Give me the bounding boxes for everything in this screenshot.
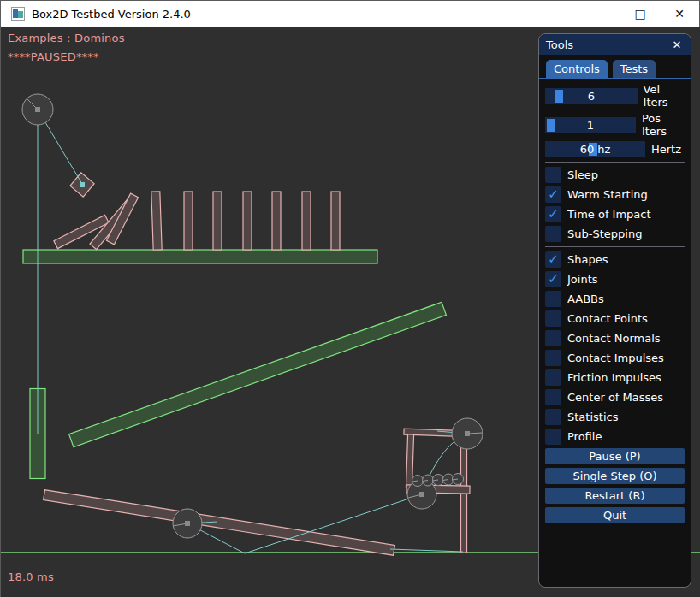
paused-label: ****PAUSED**** [8, 50, 99, 63]
checkbox-label: Sub-Stepping [567, 228, 642, 240]
standing-domino [272, 192, 281, 250]
standing-domino [302, 192, 311, 250]
slider-grab[interactable] [555, 90, 563, 103]
joint-anchor [185, 521, 190, 526]
ramp [69, 302, 447, 446]
separator [545, 246, 685, 247]
checkbox-row-contact-normals[interactable]: Contact Normals [545, 330, 685, 346]
checkbox-warm-starting[interactable]: ✓ [545, 186, 561, 203]
checkbox-sleep[interactable] [545, 167, 561, 183]
checkbox-label: AABBs [567, 293, 604, 305]
slider-label: Hertz [651, 143, 681, 156]
checkbox-joints[interactable]: ✓ [545, 271, 561, 287]
checkbox-label: Profile [567, 430, 602, 443]
pause-p-button[interactable]: Pause (P) [545, 448, 685, 464]
checkbox-time-of-impact[interactable]: ✓ [545, 206, 561, 222]
joint-anchor [419, 492, 424, 497]
joint-anchor [465, 431, 470, 436]
single-step-o-button[interactable]: Single Step (O) [545, 468, 685, 484]
slider-vel-iters[interactable]: 6 [545, 88, 638, 104]
tab-underline [539, 78, 691, 79]
seesaw-plank [44, 490, 395, 556]
checkbox-label: Shapes [567, 253, 608, 266]
tools-panel: Tools ✕ ControlsTests 6Vel Iters1Pos Ite… [538, 33, 691, 588]
separator [545, 162, 685, 163]
checkbox-row-sleep[interactable]: Sleep [545, 167, 685, 183]
slider-label: Pos Iters [642, 112, 685, 138]
joint-line [390, 549, 463, 552]
standing-domino [151, 192, 162, 250]
standing-domino [243, 192, 252, 250]
checkbox-row-statistics[interactable]: Statistics [545, 409, 685, 425]
checkbox-groups: Sleep✓Warm Starting✓Time of ImpactSub-St… [545, 162, 685, 445]
window-title: Box2D Testbed Version 2.4.0 [32, 8, 191, 21]
window-controls: – □ ✕ [581, 1, 699, 27]
tab-controls[interactable]: Controls [546, 60, 608, 78]
checkbox-label: Joints [567, 273, 598, 286]
tab-bar: ControlsTests [545, 60, 685, 78]
checkbox-row-center-of-masses[interactable]: Center of Masses [545, 389, 685, 405]
checkbox-row-profile[interactable]: Profile [545, 429, 685, 445]
restart-r-button[interactable]: Restart (R) [545, 488, 685, 504]
maximize-button[interactable]: □ [620, 1, 660, 27]
check-icon: ✓ [548, 188, 559, 201]
checkbox-statistics[interactable] [545, 409, 561, 425]
checkbox-row-contact-impulses[interactable]: Contact Impulses [545, 350, 685, 366]
slider-grab[interactable] [547, 119, 555, 132]
tab-tests[interactable]: Tests [613, 60, 656, 78]
slider-pos-iters[interactable]: 1 [545, 117, 636, 133]
checkbox-row-shapes[interactable]: ✓Shapes [545, 251, 685, 268]
checkbox-row-contact-points[interactable]: Contact Points [545, 310, 685, 327]
checkbox-contact-impulses[interactable] [545, 350, 561, 366]
checkbox-label: Time of Impact [567, 208, 651, 221]
frame-time-label: 18.0 ms [8, 570, 54, 583]
slider-label: Vel Iters [644, 83, 685, 109]
checkbox-label: Statistics [567, 411, 618, 423]
checkbox-label: Sleep [567, 168, 598, 181]
checkbox-contact-normals[interactable] [545, 330, 561, 346]
domino-platform [23, 250, 377, 263]
slider-value: 1 [587, 119, 594, 132]
slider-group: 6Vel Iters1Pos Iters60 hzHertz [545, 83, 685, 157]
checkbox-label: Contact Normals [567, 332, 661, 345]
checkbox-shapes[interactable]: ✓ [545, 251, 561, 268]
example-label: Examples : Dominos [8, 32, 125, 44]
checkbox-row-sub-stepping[interactable]: Sub-Stepping [545, 226, 685, 242]
quit-button[interactable]: Quit [545, 507, 685, 523]
checkbox-profile[interactable] [545, 429, 561, 445]
button-group: Pause (P)Single Step (O)Restart (R)Quit [545, 448, 685, 523]
check-icon: ✓ [548, 253, 559, 266]
app-icon [11, 7, 25, 21]
slider-row: 1Pos Iters [545, 112, 685, 138]
standing-domino [184, 192, 193, 250]
checkbox-aabbs[interactable] [545, 291, 561, 307]
tools-panel-titlebar[interactable]: Tools ✕ [539, 34, 691, 55]
simulation-canvas[interactable]: Examples : Dominos ****PAUSED**** 18.0 m… [1, 27, 700, 597]
slider-row: 6Vel Iters [545, 83, 685, 109]
standing-domino [331, 192, 340, 250]
checkbox-row-time-of-impact[interactable]: ✓Time of Impact [545, 206, 685, 222]
titlebar[interactable]: Box2D Testbed Version 2.4.0 – □ ✕ [1, 1, 699, 27]
checkbox-sub-stepping[interactable] [545, 226, 561, 242]
slider-hertz[interactable]: 60 hz [545, 141, 645, 157]
close-button[interactable]: ✕ [660, 1, 699, 27]
slider-value: 60 hz [580, 143, 611, 156]
checkbox-center-of-masses[interactable] [545, 389, 561, 405]
checkbox-row-joints[interactable]: ✓Joints [545, 271, 685, 287]
checkbox-contact-points[interactable] [545, 310, 561, 327]
joint-anchor [80, 182, 85, 187]
checkbox-label: Contact Points [567, 312, 648, 325]
checkbox-label: Friction Impulses [567, 371, 661, 384]
tools-panel-title: Tools [546, 38, 670, 51]
checkbox-row-warm-starting[interactable]: ✓Warm Starting [545, 186, 685, 203]
checkbox-row-aabbs[interactable]: AABBs [545, 291, 685, 307]
checkbox-label: Contact Impulses [567, 352, 664, 364]
app-window: Box2D Testbed Version 2.4.0 – □ ✕ Exampl… [0, 0, 700, 597]
slider-value: 6 [588, 90, 595, 103]
minimize-button[interactable]: – [581, 1, 620, 27]
checkbox-friction-impulses[interactable] [545, 369, 561, 386]
checkbox-row-friction-impulses[interactable]: Friction Impulses [545, 369, 685, 386]
checkbox-label: Center of Masses [567, 391, 663, 404]
tools-close-icon[interactable]: ✕ [670, 38, 684, 51]
check-icon: ✓ [548, 273, 559, 286]
